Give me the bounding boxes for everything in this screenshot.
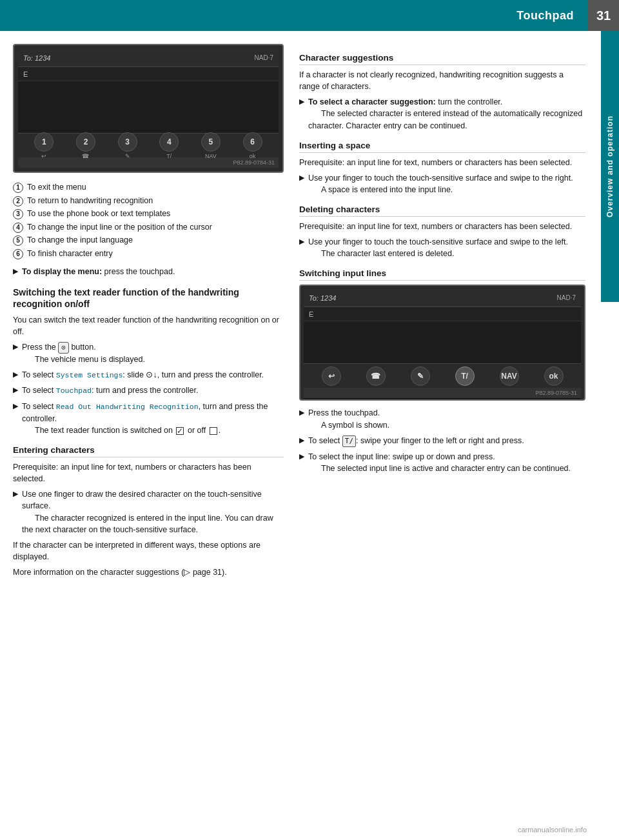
device-btn-4: 4 — [159, 132, 179, 152]
device2-footer-caption: P82.89-0785-31 — [535, 390, 577, 396]
list-item-2-text: To return to handwriting recognition — [27, 195, 153, 207]
section2-body2: More information on the character sugges… — [13, 566, 284, 578]
device-btn-2-wrapper: 2 ☎ — [76, 132, 95, 159]
device-writing-area — [18, 81, 279, 133]
device2-input-e: E — [309, 310, 313, 318]
device-btn-6: 6 — [243, 132, 262, 152]
char-suggestions-body: If a character is not clearly recognized… — [299, 69, 585, 92]
char-suggestions-heading: Character suggestions — [299, 53, 585, 65]
device-btn-3-wrapper: 3 ✎ — [118, 132, 137, 159]
list-item-6: 6 To finish character entry — [13, 248, 284, 260]
switching-step1: ▶ Press the touchpad. A symbol is shown. — [299, 407, 585, 430]
inserting-space-prereq: Prerequisite: an input line for text, nu… — [299, 157, 585, 168]
device-btn-1-label: ↩ — [41, 153, 46, 159]
device-btn-1-wrapper: 1 ↩ — [34, 132, 54, 159]
section2-heading: Entering characters — [13, 445, 284, 457]
section2-step1: ▶ Use one finger to draw the desired cha… — [13, 488, 284, 535]
arrow-icon-del1: ▶ — [299, 237, 304, 247]
device2-btn-6-wrapper: ok — [544, 366, 564, 386]
device-btn-1: 1 — [34, 132, 54, 152]
device2-btn-3: ✎ — [411, 366, 430, 386]
list-item-6-text: To finish character entry — [27, 248, 113, 260]
device-btn-2: 2 — [76, 132, 95, 152]
switching-step2: ▶ To select T/: swipe your finger to the… — [299, 435, 585, 447]
device2-btn-5-wrapper: NAV — [500, 366, 519, 386]
device-input-e: E — [23, 70, 28, 78]
arrow-icon-sw1: ▶ — [299, 408, 304, 418]
device-btn-4-wrapper: 4 T/ — [159, 132, 179, 159]
section1-step3: ▶ To select Touchpad: turn and press the… — [13, 385, 284, 397]
list-item-3: 3 To use the phone book or text template… — [13, 208, 284, 220]
num-circle-4: 4 — [13, 223, 23, 233]
deleting-prereq: Prerequisite: an input line for text, nu… — [299, 221, 585, 232]
num-circle-2: 2 — [13, 196, 23, 206]
main-content: To: 1234 NAD·7 E 1 ↩ 2 ☎ — [0, 31, 619, 595]
numbered-list: 1 To exit the menu 2 To return to handwr… — [13, 182, 284, 259]
section1-step1-text: Press the ⊙ button.The vehicle menu is d… — [22, 341, 145, 365]
list-item-2: 2 To return to handwriting recognition — [13, 195, 284, 207]
arrow-icon-s1s2: ▶ — [13, 370, 18, 380]
arrow-icon-s1s3: ▶ — [13, 385, 18, 395]
num-circle-1: 1 — [13, 183, 23, 193]
list-item-1: 1 To exit the menu — [13, 182, 284, 194]
list-item-1-text: To exit the menu — [27, 182, 86, 194]
device-btn-5-label: NAV — [205, 153, 217, 159]
arrow-icon-s2s1: ▶ — [13, 489, 18, 499]
section1-step1: ▶ Press the ⊙ button.The vehicle menu is… — [13, 341, 284, 365]
section1-step3-text: To select Touchpad: turn and press the c… — [22, 385, 198, 397]
arrow-icon-s1s1: ▶ — [13, 342, 18, 352]
inserting-space-heading: Inserting a space — [299, 141, 585, 153]
device2-btn-1: ↩ — [322, 366, 341, 386]
device-btn-6-label: ok — [250, 153, 256, 159]
header-bar: Touchpad 31 — [0, 0, 619, 31]
section2-prereq: Prerequisite: an input line for text, nu… — [13, 461, 284, 485]
list-item-5: 5 To change the input language — [13, 235, 284, 246]
left-column: To: 1234 NAD·7 E 1 ↩ 2 ☎ — [13, 44, 284, 582]
inserting-space-step1-text: Use your finger to touch the touch-sensi… — [308, 172, 573, 195]
display-menu-item: ▶ To display the menu: press the touchpa… — [13, 266, 284, 277]
page-number: 31 — [588, 0, 619, 31]
device2-btn-2: ☎ — [366, 366, 386, 386]
section1-body: You can switch the text reader function … — [13, 314, 284, 337]
device2-btn-2-wrapper: ☎ — [366, 366, 386, 386]
deleting-step1-text: Use your finger to touch the touch-sensi… — [308, 236, 568, 259]
arrow-icon-sw2: ▶ — [299, 435, 304, 446]
arrow-icon-s1s4: ▶ — [13, 401, 18, 412]
char-suggestions-step1: ▶ To select a character suggestion: turn… — [299, 96, 585, 131]
device-button-row: 1 ↩ 2 ☎ 3 ✎ 4 T/ — [18, 133, 279, 157]
device-screenshot-bottom: To: 1234 NAD·7 E ↩ ☎ ✎ — [299, 285, 585, 401]
device-btn-2-label: ☎ — [82, 153, 89, 159]
arrow-icon-is1: ▶ — [299, 173, 304, 183]
device2-to-label: To: 1234 — [309, 294, 336, 302]
inserting-space-step1: ▶ Use your finger to touch the touch-sen… — [299, 172, 585, 195]
device2-btn-3-wrapper: ✎ — [411, 366, 430, 386]
switching-step3-text: To select the input line: swipe up or do… — [308, 451, 571, 474]
device2-btn-6: ok — [544, 366, 564, 386]
device2-button-row: ↩ ☎ ✎ T/ NAV ok — [304, 363, 581, 388]
device2-nav-id: NAD·7 — [557, 294, 576, 301]
device-footer-caption: P82.89-0784-31 — [233, 159, 275, 166]
device-btn-6-wrapper: 6 ok — [243, 132, 262, 159]
switching-step3: ▶ To select the input line: swipe up or … — [299, 451, 585, 474]
device-to-label: To: 1234 — [23, 54, 50, 62]
page-title: Touchpad — [516, 9, 574, 23]
section1-step2-text: To select System Settings: slide ⊙↓, tur… — [22, 369, 264, 381]
section1-step4-text: To select Read Out Handwriting Recog­nit… — [22, 401, 284, 436]
deleting-heading: Deleting characters — [299, 205, 585, 217]
device-btn-3-label: ✎ — [125, 153, 130, 159]
list-item-4: 4 To change the input line or the positi… — [13, 222, 284, 234]
device-btn-5-wrapper: 5 NAV — [201, 132, 221, 159]
num-circle-3: 3 — [13, 209, 23, 219]
device-btn-3: 3 — [118, 132, 137, 152]
side-tab: Overview and operation — [601, 31, 619, 302]
device2-btn-4-wrapper: T/ — [455, 366, 475, 386]
section2-step1-text: Use one finger to draw the desired chara… — [22, 488, 284, 535]
deleting-step1: ▶ Use your finger to touch the touch-sen… — [299, 236, 585, 259]
arrow-icon-display: ▶ — [13, 266, 18, 277]
device-screenshot-top: To: 1234 NAD·7 E 1 ↩ 2 ☎ — [13, 44, 284, 173]
watermark: carmanualsonline.info — [518, 826, 587, 834]
num-circle-6: 6 — [13, 249, 23, 259]
device-footer: P82.89-0784-31 — [18, 157, 279, 168]
side-tab-label: Overview and operation — [605, 115, 614, 217]
section2-body1: If the character can be interpreted in d… — [13, 539, 284, 563]
